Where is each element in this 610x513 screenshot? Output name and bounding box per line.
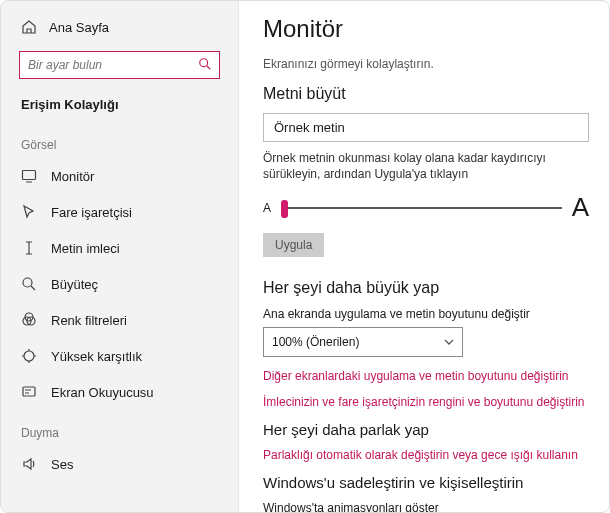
sidebar: Ana Sayfa Erişim Kolaylığı Görsel Monitö…	[1, 1, 239, 512]
section-brighter: Her şeyi daha parlak yap	[263, 421, 589, 438]
svg-rect-2	[23, 171, 36, 180]
slider-label-small: A	[263, 201, 271, 215]
nav-label: Ekran Okuyucusu	[51, 385, 154, 400]
text-size-slider[interactable]: A A	[263, 192, 589, 223]
narrator-icon	[21, 384, 37, 400]
text-cursor-icon	[21, 240, 37, 256]
svg-point-5	[23, 278, 32, 287]
nav-label: Yüksek karşıtlık	[51, 349, 142, 364]
nav-item-mouse-pointer[interactable]: Fare işaretçisi	[1, 194, 238, 230]
magnifier-icon	[21, 276, 37, 292]
search-input[interactable]	[19, 51, 220, 79]
section-everything-bigger: Her şeyi daha büyük yap	[263, 279, 589, 297]
nav-label: Büyüteç	[51, 277, 98, 292]
group-hearing-label: Duyma	[1, 410, 238, 446]
group-visual-label: Görsel	[1, 122, 238, 158]
link-cursor-pointer[interactable]: İmlecinizin ve fare işaretçinizin rengin…	[263, 395, 589, 409]
svg-line-1	[207, 66, 211, 70]
home-link[interactable]: Ana Sayfa	[1, 13, 238, 41]
nav-label: Fare işaretçisi	[51, 205, 132, 220]
nav-label: Ses	[51, 457, 73, 472]
contrast-icon	[21, 348, 37, 364]
link-other-displays[interactable]: Diğer ekranlardaki uygulama ve metin boy…	[263, 369, 589, 383]
nav-label: Renk filtreleri	[51, 313, 127, 328]
nav-item-narrator[interactable]: Ekran Okuyucusu	[1, 374, 238, 410]
section-text-bigger: Metni büyüt	[263, 85, 589, 103]
apply-button[interactable]: Uygula	[263, 233, 324, 257]
page-title: Monitör	[263, 15, 589, 43]
scale-label: Ana ekranda uygulama ve metin boyutunu d…	[263, 307, 589, 321]
nav-label: Monitör	[51, 169, 94, 184]
animations-label: Windows'ta animasyonları göster	[263, 501, 589, 512]
nav-item-monitor[interactable]: Monitör	[1, 158, 238, 194]
slider-hint: Örnek metnin okunması kolay olana kadar …	[263, 150, 589, 182]
scale-value: 100% (Önerilen)	[272, 335, 359, 349]
nav-item-audio[interactable]: Ses	[1, 446, 238, 482]
svg-point-10	[24, 351, 34, 361]
sample-text-box: Örnek metin	[263, 113, 589, 142]
nav-item-magnifier[interactable]: Büyüteç	[1, 266, 238, 302]
svg-line-6	[31, 286, 35, 290]
scale-dropdown[interactable]: 100% (Önerilen)	[263, 327, 463, 357]
svg-point-0	[200, 59, 208, 67]
nav-list-visual: Monitör Fare işaretçisi Metin imleci Büy…	[1, 158, 238, 410]
home-label: Ana Sayfa	[49, 20, 109, 35]
color-filters-icon	[21, 312, 37, 328]
cursor-icon	[21, 204, 37, 220]
main-content: Monitör Ekranınızı görmeyi kolaylaştırın…	[239, 1, 609, 512]
nav-item-text-cursor[interactable]: Metin imleci	[1, 230, 238, 266]
link-brightness[interactable]: Parlaklığı otomatik olarak değiştirin ve…	[263, 448, 589, 462]
chevron-down-icon	[444, 337, 454, 347]
page-description: Ekranınızı görmeyi kolaylaştırın.	[263, 57, 589, 71]
slider-label-big: A	[572, 192, 589, 223]
slider-track[interactable]	[281, 207, 562, 209]
category-title: Erişim Kolaylığı	[1, 89, 238, 122]
nav-item-color-filters[interactable]: Renk filtreleri	[1, 302, 238, 338]
search-wrap	[19, 51, 220, 79]
section-simplify: Windows'u sadeleştirin ve kişiselleştiri…	[263, 474, 589, 491]
svg-rect-15	[23, 387, 35, 396]
audio-icon	[21, 456, 37, 472]
nav-label: Metin imleci	[51, 241, 120, 256]
search-icon	[198, 57, 212, 71]
nav-item-high-contrast[interactable]: Yüksek karşıtlık	[1, 338, 238, 374]
monitor-icon	[21, 168, 37, 184]
slider-thumb[interactable]	[281, 200, 288, 218]
nav-list-hearing: Ses	[1, 446, 238, 482]
home-icon	[21, 19, 37, 35]
